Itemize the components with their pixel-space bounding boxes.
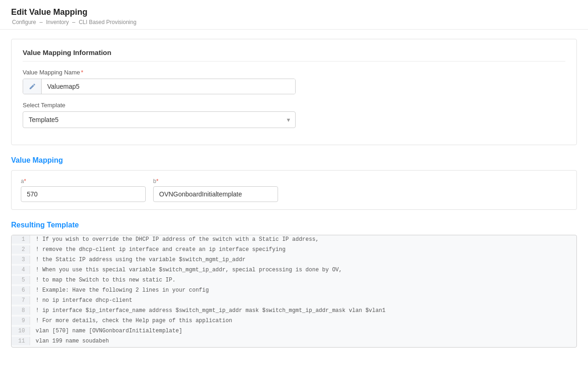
line-number: 2 (12, 245, 30, 254)
line-content: ! If you wish to override the DHCP IP ad… (30, 235, 324, 244)
line-number: 8 (12, 306, 30, 315)
code-line: 6! Example: Have the following 2 lines i… (12, 286, 576, 296)
code-line: 1! If you wish to override the DHCP IP a… (12, 235, 576, 245)
field-b-label: b* (153, 178, 278, 184)
line-content: ! Example: Have the following 2 lines in… (30, 286, 214, 294)
field-b-group: b* (153, 178, 278, 202)
code-line: 8! ip interface $ip_interface_name addre… (12, 306, 576, 317)
line-number: 9 (12, 317, 30, 325)
line-number: 3 (12, 256, 30, 264)
code-line: 4! When you use this special variable $s… (12, 266, 576, 276)
code-line: 11vlan 199 name soudabeh (12, 337, 576, 347)
line-content: ! the Static IP address using the variab… (30, 256, 251, 264)
code-line: 9! For more details, check the Help page… (12, 317, 576, 327)
code-line: 10vlan [570] name [OVNGonboardInitialtem… (12, 327, 576, 337)
template-form-group: Select Template Template5 ▾ (23, 102, 565, 128)
line-content: ! no ip interface dhcp-client (30, 296, 138, 305)
value-mapping-title: Value Mapping (11, 156, 577, 165)
value-mapping-info-card: Value Mapping Information Value Mapping … (11, 39, 577, 145)
line-content: vlan [570] name [OVNGonboardInitialtempl… (30, 327, 188, 335)
pencil-icon (23, 79, 42, 94)
code-line: 2! remove the dhcp-client ip interface a… (12, 245, 576, 256)
line-number: 10 (12, 327, 30, 335)
breadcrumb-sep1: – (39, 19, 43, 25)
section-title: Value Mapping Information (23, 49, 565, 61)
mapping-fields: a* b* (21, 178, 567, 202)
page-header: Edit Value Mapping Configure – Inventory… (0, 0, 588, 30)
code-line: 3! the Static IP address using the varia… (12, 256, 576, 266)
template-label: Select Template (23, 102, 565, 109)
line-content: ! to map the Switch to this new static I… (30, 276, 181, 284)
breadcrumb-inventory: Inventory (46, 19, 68, 25)
line-content: vlan 199 name soudabeh (30, 337, 114, 345)
code-editor: 1! If you wish to override the DHCP IP a… (11, 235, 577, 348)
mapping-card: a* b* (11, 170, 577, 210)
line-content: ! When you use this special variable $sw… (30, 266, 348, 274)
line-number: 1 (12, 235, 30, 244)
name-input-wrapper (23, 79, 296, 94)
line-number: 6 (12, 286, 30, 294)
line-number: 4 (12, 266, 30, 274)
page-title: Edit Value Mapping (11, 7, 577, 17)
line-content: ! remove the dhcp-client ip interface an… (30, 245, 291, 254)
name-input[interactable] (42, 79, 295, 94)
field-a-group: a* (21, 178, 146, 202)
line-number: 5 (12, 276, 30, 284)
page-container: Edit Value Mapping Configure – Inventory… (0, 0, 588, 367)
field-a-label: a* (21, 178, 146, 184)
template-select[interactable]: Template5 (23, 111, 296, 128)
name-label: Value Mapping Name* (23, 69, 565, 76)
breadcrumb: Configure – Inventory – CLI Based Provis… (11, 19, 577, 25)
field-a-input[interactable] (21, 186, 146, 202)
resulting-template-title: Resulting Template (11, 221, 577, 229)
main-content: Value Mapping Information Value Mapping … (0, 39, 588, 359)
code-line: 5! to map the Switch to this new static … (12, 276, 576, 286)
field-b-input[interactable] (153, 186, 278, 202)
line-number: 11 (12, 337, 30, 345)
template-select-wrapper: Template5 ▾ (23, 111, 296, 128)
breadcrumb-configure: Configure (12, 19, 36, 25)
breadcrumb-cli: CLI Based Provisioning (79, 19, 136, 25)
line-content: ! For more details, check the Help page … (30, 317, 238, 325)
line-content: ! ip interface $ip_interface_name addres… (30, 306, 391, 315)
name-form-group: Value Mapping Name* (23, 69, 565, 94)
code-line: 7! no ip interface dhcp-client (12, 296, 576, 306)
line-number: 7 (12, 296, 30, 305)
breadcrumb-sep2: – (72, 19, 75, 25)
